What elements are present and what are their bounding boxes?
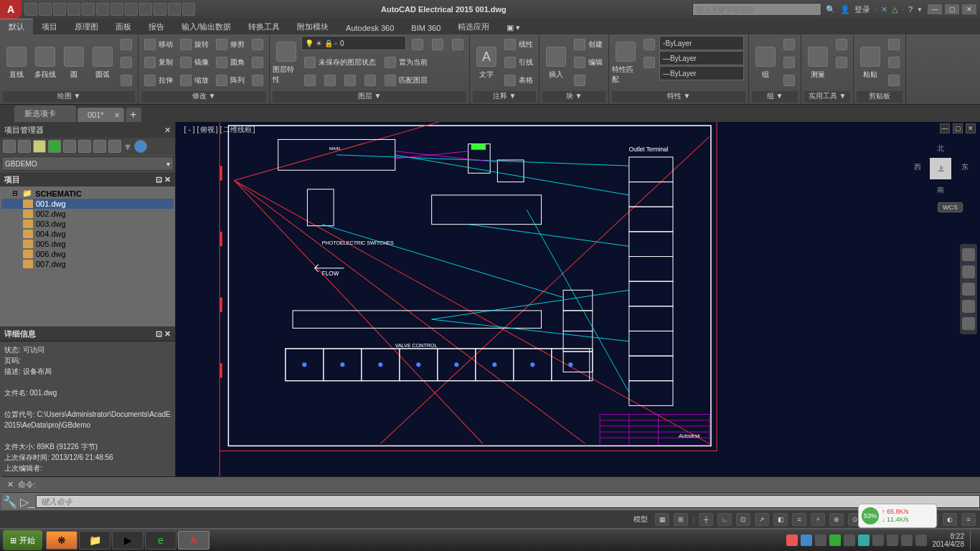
qat-redo-icon[interactable] [110, 3, 123, 16]
color-dropdown[interactable]: ▫ ByLayer [659, 36, 744, 50]
close-panel-icon[interactable]: ✕ [164, 126, 171, 135]
zoom-icon[interactable] [962, 283, 975, 296]
draw-misc-button[interactable] [118, 54, 135, 71]
new-tab-button[interactable]: + [126, 108, 141, 122]
qat-saveas-icon[interactable] [67, 3, 80, 16]
table-button[interactable]: 表格 [501, 72, 536, 89]
snap-icon[interactable]: ⊞ [674, 513, 688, 526]
measure-button[interactable]: 测量 [804, 36, 831, 90]
match-layer-button[interactable]: 匹配图层 [382, 72, 430, 89]
showmotion-icon[interactable] [962, 317, 975, 330]
layer-btn[interactable] [409, 36, 426, 53]
array-button[interactable]: 阵列 [213, 72, 248, 89]
pan-icon[interactable] [962, 265, 975, 278]
wheel-icon[interactable] [962, 248, 975, 261]
app-logo[interactable]: A [0, 0, 22, 19]
modify-misc-button[interactable] [249, 36, 266, 53]
tray-icon[interactable] [844, 534, 855, 546]
copy-button[interactable]: 复制 [141, 54, 176, 71]
modify-misc-button[interactable] [249, 72, 266, 89]
prop-btn[interactable] [641, 54, 658, 71]
sb-icon[interactable]: ≡ [792, 513, 806, 526]
layer-props-button[interactable]: 图层特性 [273, 36, 300, 90]
tray-help-icon[interactable] [801, 534, 812, 546]
tab-schematic[interactable]: 原理图 [66, 19, 107, 34]
mirror-button[interactable]: 镜像 [177, 54, 212, 71]
tree-folder[interactable]: ⊟ 📁 SCHEMATIC [1, 188, 174, 199]
linetype-dropdown[interactable]: — ByLayer [659, 66, 744, 80]
sb-icon[interactable]: ┼ [699, 513, 713, 526]
text-button[interactable]: A文字 [473, 36, 500, 90]
group-button[interactable]: 组 [752, 36, 779, 90]
taskbar-explorer[interactable]: 📁 [79, 531, 110, 550]
tray-icon[interactable] [915, 534, 927, 546]
layer-btn[interactable] [449, 36, 466, 53]
util-btn[interactable] [833, 36, 850, 53]
cmd-toggle-icon[interactable]: 🔧 [1, 494, 19, 509]
fillet-button[interactable]: 圆角 [213, 54, 248, 71]
taskbar-autocad[interactable]: A [178, 531, 209, 550]
sb-icon[interactable]: ⊡ [736, 513, 750, 526]
sb-icon[interactable]: ◧ [773, 513, 788, 526]
minimize-button[interactable]: — [927, 4, 943, 15]
sb-icon[interactable]: ↗ [755, 513, 769, 526]
tab-project[interactable]: 项目 [33, 19, 66, 34]
pp-btn-icon[interactable] [78, 140, 91, 153]
linear-dim-button[interactable]: 线性 [501, 36, 536, 53]
util-btn[interactable] [833, 54, 850, 71]
scale-button[interactable]: 缩放 [177, 72, 212, 89]
orbit-icon[interactable] [962, 300, 975, 313]
wcs-badge[interactable]: WCS [938, 202, 963, 212]
layer-iso-button[interactable] [301, 72, 319, 89]
tab-panel[interactable]: 面板 [107, 19, 140, 34]
pp-new-icon[interactable] [3, 140, 16, 153]
show-desktop-button[interactable] [970, 530, 976, 550]
sb-icon[interactable]: ⊕ [829, 513, 844, 526]
tab-a360[interactable]: Autodesk 360 [337, 21, 402, 34]
block-misc-button[interactable] [571, 72, 606, 89]
clip-btn[interactable] [885, 72, 903, 89]
tab-convert[interactable]: 转换工具 [240, 19, 288, 34]
line-button[interactable]: 直线 [3, 36, 30, 90]
tab-expand-icon[interactable]: ▣ ▾ [498, 20, 529, 34]
trim-button[interactable]: 修剪 [213, 36, 248, 53]
tray-shield-icon[interactable] [829, 534, 841, 546]
drawing-canvas[interactable]: [-][俯视][二维线框] — ▢ ✕ [176, 122, 980, 476]
exchange-icon[interactable]: ✕ [881, 5, 887, 14]
tree-file[interactable]: 004.dwg [1, 229, 174, 239]
insert-button[interactable]: 插入 [542, 36, 570, 90]
qat-undo-icon[interactable] [96, 3, 109, 16]
create-block-button[interactable]: 创建 [571, 36, 606, 53]
lineweight-dropdown[interactable]: — ByLayer [659, 51, 744, 65]
tray-volume-icon[interactable] [887, 534, 898, 546]
model-tab[interactable]: 模型 [631, 514, 651, 524]
panel-title[interactable]: 实用工具 ▼ [804, 91, 850, 103]
layer-btn[interactable] [429, 36, 446, 53]
pp-btn-icon[interactable] [108, 140, 121, 153]
sb-icon[interactable]: ∟ [717, 513, 732, 526]
tree-file[interactable]: 001.dwg [1, 199, 174, 209]
viewcube[interactable]: 北 南 东 西 上 [913, 141, 970, 198]
sb-icon[interactable]: + [811, 513, 825, 526]
layer-iso-button[interactable] [321, 72, 339, 89]
user-icon[interactable]: 👤 [840, 5, 850, 14]
collapse-icon[interactable]: ⊡ ✕ [156, 329, 171, 339]
group-btn[interactable] [781, 54, 798, 71]
tree-file[interactable]: 006.dwg [1, 249, 174, 259]
collapse-icon[interactable]: ⊡ ✕ [156, 175, 171, 184]
panel-title[interactable]: 组 ▼ [752, 91, 798, 103]
edit-block-button[interactable]: 编辑 [571, 54, 606, 71]
tab-featured[interactable]: 精选应用 [449, 19, 498, 34]
qat-save-icon[interactable] [53, 3, 66, 16]
start-button[interactable]: ⊞ 开始 [3, 530, 42, 550]
tray-autodesk-icon[interactable] [858, 534, 870, 546]
panel-title[interactable]: 块 ▼ [542, 91, 606, 103]
close-tab-icon[interactable]: ✕ [114, 111, 120, 119]
set-current-button[interactable]: 置为当前 [382, 54, 430, 71]
pp-help-icon[interactable] [134, 140, 147, 153]
tab-report[interactable]: 报告 [140, 19, 173, 34]
taskbar-media[interactable]: ▶ [112, 531, 143, 550]
help-icon[interactable]: ? [908, 5, 913, 14]
prop-btn[interactable] [641, 36, 658, 53]
tab-io[interactable]: 输入/输出数据 [173, 19, 240, 34]
